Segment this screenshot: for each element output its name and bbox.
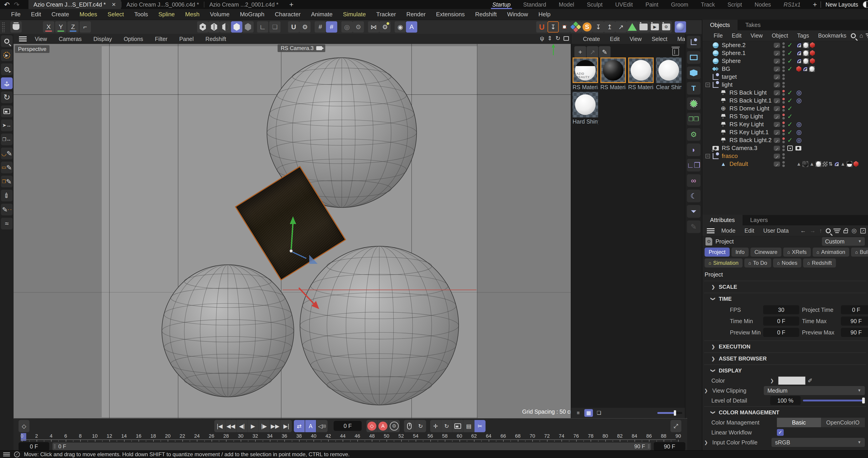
range-start-field[interactable]: 0 F xyxy=(19,442,49,451)
linear-workflow-checkbox[interactable]: ✓ xyxy=(777,429,784,436)
grid-lock-button[interactable]: # xyxy=(326,21,337,33)
toolbar-grip[interactable] xyxy=(2,22,5,32)
render-visibility-dot[interactable] xyxy=(782,85,785,88)
attributes-menu-user-data[interactable]: User Data xyxy=(759,227,794,234)
objects-menu-tags[interactable]: Tags xyxy=(793,32,813,39)
transform-tool-button[interactable]: ➤↔ xyxy=(1,119,13,131)
editor-visibility-dot[interactable] xyxy=(782,74,785,77)
material-item[interactable]: RS Material xyxy=(628,57,654,90)
redshift-tag-icon[interactable] xyxy=(854,161,859,167)
render-visibility-dot[interactable] xyxy=(782,149,785,151)
render-visibility-dot[interactable] xyxy=(782,93,785,96)
editor-visibility-dot[interactable] xyxy=(782,106,785,108)
editor-visibility-dot[interactable] xyxy=(782,114,785,116)
attr-tab-simulation[interactable]: ⌂Simulation xyxy=(705,258,743,267)
symmetry-settings-button[interactable]: ⚙ xyxy=(379,21,391,33)
search-tool-button[interactable] xyxy=(1,35,13,47)
menu-modes[interactable]: Modes xyxy=(74,11,102,18)
tab-takes[interactable]: Takes xyxy=(738,20,768,30)
tree-row-bg[interactable]: BG✓ xyxy=(702,65,868,73)
layout-tab-nodes[interactable]: Nodes xyxy=(748,0,777,9)
object-name[interactable]: RS Key Light.1 xyxy=(730,129,774,136)
attr-tab-cineware[interactable]: Cineware xyxy=(750,248,781,257)
menu-simulate[interactable]: Simulate xyxy=(338,11,371,18)
objects-menu-edit[interactable]: Edit xyxy=(727,32,746,39)
sound-button[interactable]: ◁))) xyxy=(316,420,328,432)
brush-tool-button[interactable]: ✐ xyxy=(1,190,13,201)
viewport-menu-display[interactable]: Display xyxy=(88,36,118,42)
render-visibility-dot[interactable] xyxy=(782,77,785,80)
document-tab[interactable]: Azio Cream J...S_0006.c4d * xyxy=(121,0,204,9)
phong-tag-icon[interactable] xyxy=(796,58,802,64)
layer-toggle-icon[interactable] xyxy=(774,106,780,111)
parent-icon[interactable]: ↑ xyxy=(819,227,822,234)
enabled-check-icon[interactable]: ✓ xyxy=(787,128,795,136)
editor-visibility-dot[interactable] xyxy=(782,82,785,84)
objects-menu-object[interactable]: Object xyxy=(767,32,793,39)
object-name[interactable]: RS Top Light xyxy=(730,113,774,120)
editor-visibility-dot[interactable] xyxy=(782,58,785,61)
close-tab-icon[interactable]: ✕ xyxy=(112,2,116,8)
visibility-dots[interactable] xyxy=(782,121,785,127)
object-name[interactable]: Sphere.2 xyxy=(722,41,774,49)
keying-mouse-button[interactable] xyxy=(404,420,415,432)
cube-pen-button[interactable]: ❒✎ xyxy=(1,176,13,188)
visibility-dots[interactable] xyxy=(782,90,785,96)
materials-menu-view[interactable]: View xyxy=(625,36,647,42)
multi-move-tool-button[interactable]: ❒↔ xyxy=(1,134,13,145)
viewport-menu-filter[interactable]: Filter xyxy=(149,36,174,42)
tree-row-sphere-2[interactable]: Sphere.2✓ xyxy=(702,41,868,49)
time-field-preview-max[interactable]: 90 F xyxy=(841,328,868,337)
animation-mode-button[interactable] xyxy=(242,21,254,33)
menu-mesh[interactable]: Mesh xyxy=(180,11,205,18)
layer-toggle-icon[interactable] xyxy=(774,98,780,103)
attributes-menu-icon[interactable] xyxy=(707,228,715,233)
display-section-header[interactable]: ❯DISPLAY xyxy=(702,366,868,376)
render-visibility-dot[interactable] xyxy=(782,125,785,127)
falloff-settings-button[interactable]: ⚙ xyxy=(352,21,364,33)
layer-toggle-icon[interactable] xyxy=(774,90,780,95)
menu-edit[interactable]: Edit xyxy=(26,11,46,18)
layout-tab-paint[interactable]: Paint xyxy=(639,0,664,9)
menu-redshift[interactable]: Redshift xyxy=(470,11,502,18)
editor-visibility-dot[interactable] xyxy=(782,42,785,45)
render-visibility-dot[interactable] xyxy=(782,46,785,48)
render-visibility-dot[interactable] xyxy=(782,141,785,143)
enabled-check-icon[interactable]: ✓ xyxy=(787,113,795,120)
tree-row-rs-key-light-1[interactable]: RS Key Light.1✓◎ xyxy=(702,128,868,136)
camera-tag-icon[interactable] xyxy=(796,146,801,150)
render-visibility-dot[interactable] xyxy=(782,109,785,112)
render-visibility-dot[interactable] xyxy=(782,165,785,167)
tree-expander-icon[interactable]: − xyxy=(706,154,710,159)
menu-create[interactable]: Create xyxy=(46,11,74,18)
delete-material-button[interactable] xyxy=(670,46,681,57)
viewport[interactable]: ViewCamerasDisplayOptionsFilterPanelReds… xyxy=(13,34,571,418)
render-visibility-dot[interactable] xyxy=(782,69,785,72)
cm-option-opencolorio[interactable]: OpenColorIO xyxy=(821,418,865,427)
fcurve-button[interactable]: ⤢ xyxy=(671,420,682,432)
viewport-menu-icon[interactable] xyxy=(19,36,27,41)
layout-tab-script[interactable]: Script xyxy=(721,0,748,9)
visibility-dots[interactable] xyxy=(782,50,785,56)
texture-tag-icon[interactable] xyxy=(803,58,809,64)
recycle-icon[interactable] xyxy=(627,21,638,33)
render-visibility-dot[interactable] xyxy=(782,117,785,119)
object-name[interactable]: Default xyxy=(730,161,774,168)
y-axis-lock-button[interactable]: Y xyxy=(55,21,66,33)
enabled-check-icon[interactable]: ✓ xyxy=(787,89,795,96)
menu-character[interactable]: Character xyxy=(270,11,306,18)
phong-tag-icon[interactable] xyxy=(834,161,839,167)
history-forward-icon[interactable]: → xyxy=(810,227,815,234)
render-visibility-dot[interactable] xyxy=(782,54,785,56)
home-icon[interactable]: ⌂ xyxy=(860,32,863,39)
scale-tool-button[interactable] xyxy=(1,106,13,117)
layer-toggle-icon[interactable] xyxy=(774,51,780,56)
texture-tag-icon[interactable] xyxy=(803,42,809,48)
workplane-mode-button[interactable] xyxy=(220,21,231,33)
null-object-button[interactable] xyxy=(687,36,701,49)
object-name[interactable]: RS Back Light.2 xyxy=(730,137,774,144)
material-thumbnail[interactable] xyxy=(572,57,598,83)
texture-tag-icon[interactable] xyxy=(815,161,822,167)
tree-row-target[interactable]: target xyxy=(702,73,868,81)
attributes-menu-mode[interactable]: Mode xyxy=(717,227,740,234)
